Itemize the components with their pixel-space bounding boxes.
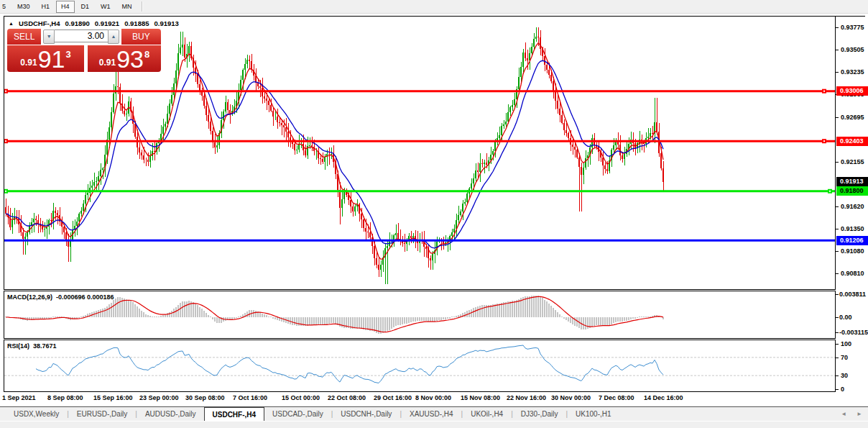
rsi-tick-label: 100 <box>841 340 851 347</box>
time-label: 30 Sep 08:00 <box>185 394 225 401</box>
price-tick-label: 0.93235 <box>841 68 864 76</box>
time-label: 22 Nov 16:00 <box>507 394 546 401</box>
price-tick-label: 0.92155 <box>841 158 864 165</box>
price-tick-label: 0.91620 <box>841 203 864 210</box>
volume-input[interactable] <box>55 29 108 42</box>
sell-price-pips: 3 <box>65 49 70 60</box>
time-label: 23 Sep 00:00 <box>139 394 179 401</box>
price-line-badge: 0.91206 <box>836 236 868 245</box>
time-label: 1 Sep 2021 <box>2 394 36 401</box>
rsi-tick-mark <box>836 389 839 390</box>
toolbar-separator <box>142 1 142 12</box>
buy-price-big: 93 <box>116 47 144 71</box>
price-tick-label: 0.92695 <box>841 114 864 121</box>
rsi-tick-mark <box>836 358 839 358</box>
macd-tick-mark <box>836 317 839 318</box>
time-label: 8 Sep 08:00 <box>47 394 83 401</box>
rsi-tick-label: 30 <box>841 372 848 379</box>
rsi-tick-mark <box>836 344 839 345</box>
time-label: 15 Nov 08:00 <box>461 394 500 401</box>
buy-button[interactable]: BUY <box>121 29 161 45</box>
timeframe-button-mn[interactable]: MN <box>117 1 137 13</box>
timeframe-button-5[interactable]: 5 <box>0 1 11 13</box>
timeframe-button-m30[interactable]: M30 <box>12 1 35 13</box>
time-label: 8 Nov 00:00 <box>415 394 451 401</box>
rsi-tick-mark <box>836 375 839 376</box>
price-line-badge: 0.92403 <box>836 137 868 146</box>
mt4-chart-window: 5M30H1H4D1W1MN ▲ USDCHF-,H4 0.91890 0.91… <box>0 0 868 428</box>
price-tick-label: 0.93505 <box>841 46 864 53</box>
macd-panel[interactable] <box>4 291 836 339</box>
tab-usdx-weekly[interactable]: USDX,Weekly <box>6 407 67 421</box>
tab-dj30-daily[interactable]: DJ30-,Daily <box>513 407 566 421</box>
sell-price-display[interactable]: 0.91 91 3 <box>7 45 84 72</box>
macd-tick-mark <box>836 332 839 333</box>
chart-frame-line <box>836 16 865 17</box>
price-tick-mark <box>836 72 839 73</box>
price-line-badge: 0.91800 <box>836 186 868 196</box>
price-tick-mark <box>836 162 839 163</box>
tab-usdcnh-daily[interactable]: USDCNH-,Daily <box>333 407 400 421</box>
sell-price-prefix: 0.91 <box>20 58 37 68</box>
rsi-tick-label: 70 <box>841 354 848 361</box>
price-tick-mark <box>836 206 839 207</box>
tab-uk100-h1[interactable]: UK100-,H1 <box>568 407 619 421</box>
buy-price-pips: 8 <box>144 49 149 60</box>
tab-audusd-daily[interactable]: AUDUSD-,Daily <box>137 407 204 421</box>
price-tick-mark <box>836 50 839 50</box>
time-label: 15 Sep 16:00 <box>93 394 133 401</box>
sell-button[interactable]: SELL <box>7 29 41 45</box>
time-label: 7 Oct 16:00 <box>233 394 267 401</box>
buy-price-prefix: 0.91 <box>99 58 116 68</box>
price-tick-label: 0.91350 <box>841 225 864 232</box>
time-label: 22 Oct 08:00 <box>328 394 366 401</box>
price-tick-mark <box>836 251 839 252</box>
time-label: 15 Oct 00:00 <box>282 394 320 401</box>
price-tick-mark <box>836 94 839 95</box>
macd-tick-mark <box>836 294 839 295</box>
price-tick-label: 0.93775 <box>841 24 864 31</box>
timeframe-toolbar: 5M30H1H4D1W1MN <box>0 0 868 14</box>
tab-scroll-right-icon[interactable]: ► <box>857 411 862 417</box>
price-tick-label: 0.90810 <box>841 270 864 277</box>
price-tick-mark <box>836 27 839 28</box>
price-tick-label: 0.92965 <box>841 91 864 98</box>
timeframe-button-d1[interactable]: D1 <box>76 1 95 13</box>
volume-decrease-button[interactable]: ▼ <box>43 29 55 44</box>
time-label: 7 Dec 08:00 <box>599 394 634 401</box>
macd-tick-label: -0.003115 <box>839 329 868 336</box>
timeframe-button-w1[interactable]: W1 <box>96 1 116 13</box>
tab-ukoil-h4[interactable]: UKOil-,H4 <box>463 407 511 421</box>
tab-scroll-arrows: ◄ ► <box>841 411 862 417</box>
status-bar <box>0 421 868 428</box>
sell-price-big: 91 <box>38 47 65 71</box>
volume-increase-button[interactable]: ▲ <box>108 29 119 44</box>
rsi-tick-label: 0 <box>841 386 844 393</box>
tab-xauusd-h4[interactable]: XAUUSD-,H4 <box>402 407 461 421</box>
timeframe-button-h4[interactable]: H4 <box>56 1 75 13</box>
price-tick-mark <box>836 117 839 118</box>
macd-tick-label: 0.00 <box>839 314 852 321</box>
price-tick-mark <box>836 229 839 229</box>
time-label: 14 Dec 16:00 <box>644 394 683 401</box>
price-line-badge: 0.93006 <box>836 86 868 96</box>
tab-usdchf-h4[interactable]: USDCHF-,H4 <box>204 407 265 421</box>
time-label: 29 Oct 16:00 <box>374 394 412 401</box>
rsi-panel[interactable] <box>4 340 836 392</box>
tab-usdcad-daily[interactable]: USDCAD-,Daily <box>264 407 331 421</box>
current-price-badge: 0.91913 <box>836 177 868 186</box>
macd-tick-label: 0.003811 <box>839 291 866 298</box>
buy-price-display[interactable]: 0.91 93 8 <box>88 45 161 72</box>
price-tick-label: 0.91080 <box>841 247 864 255</box>
one-click-trading-widget: SELL ▼ ▲ BUY 0.91 91 3 0.91 93 8 <box>7 29 161 72</box>
chart-tabbar: USDX,Weekly|EURUSD-,Daily|AUDUSD-,DailyU… <box>0 406 868 421</box>
timeframe-button-h1[interactable]: H1 <box>37 1 55 13</box>
price-tick-mark <box>836 273 839 274</box>
tab-scroll-left-icon[interactable]: ◄ <box>841 411 846 417</box>
tab-eurusd-daily[interactable]: EURUSD-,Daily <box>69 407 136 421</box>
time-label: 30 Nov 00:00 <box>551 394 591 401</box>
